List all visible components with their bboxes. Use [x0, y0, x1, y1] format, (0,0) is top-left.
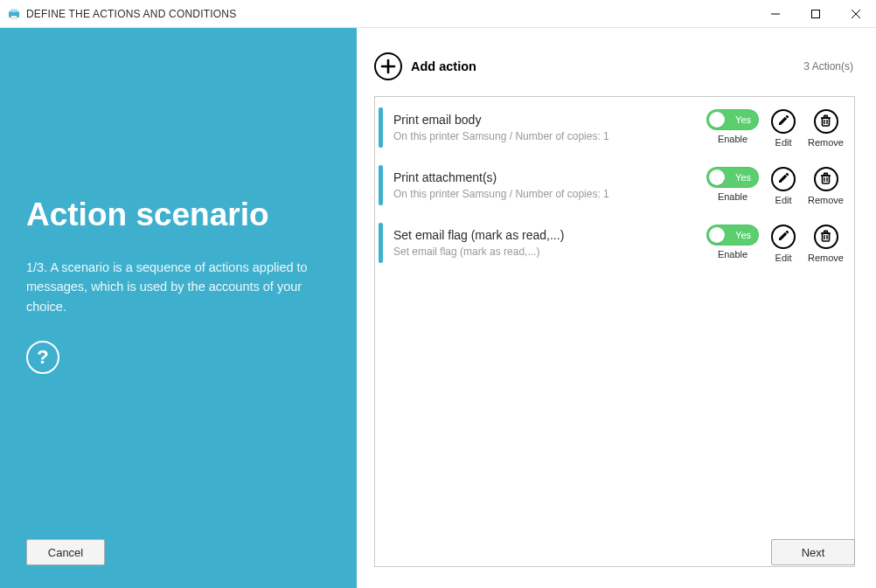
svg-rect-23	[824, 231, 828, 232]
enable-control: YesEnable	[706, 109, 759, 144]
cancel-button[interactable]: Cancel	[26, 539, 105, 565]
svg-rect-18	[824, 173, 828, 175]
action-accent	[379, 165, 383, 205]
side-panel: Action scenario 1/3. A scenario is a seq…	[0, 28, 357, 588]
edit-control: Edit	[771, 167, 796, 205]
svg-rect-19	[823, 233, 830, 241]
edit-label: Edit	[775, 252, 792, 263]
minimize-button[interactable]	[755, 0, 796, 28]
enable-control: YesEnable	[706, 225, 759, 259]
window-controls	[755, 0, 876, 27]
action-controls: YesEnableEditRemove	[706, 223, 844, 263]
toggle-on-label: Yes	[735, 230, 751, 240]
toggle-knob	[709, 169, 725, 185]
action-item: Set email flag (mark as read,...)Set ema…	[379, 216, 851, 270]
edit-control: Edit	[771, 225, 796, 263]
action-list: Print email bodyOn this printer Samsung …	[374, 96, 855, 567]
body: Action scenario 1/3. A scenario is a seq…	[0, 28, 876, 588]
titlebar-left: DEFINE THE ACTIONS AND CONDITIONS	[7, 7, 236, 21]
action-title: Print attachment(s)	[393, 170, 706, 184]
add-action-row: Add action 3 Action(s)	[374, 49, 855, 84]
remove-button[interactable]	[814, 167, 838, 191]
enable-label: Enable	[718, 249, 747, 259]
edit-label: Edit	[775, 137, 792, 148]
action-title: Set email flag (mark as read,...)	[393, 228, 706, 242]
action-subtitle: On this printer Samsung / Number of copi…	[393, 188, 706, 200]
pencil-icon	[777, 230, 789, 245]
help-icon: ?	[37, 346, 48, 369]
action-text: Set email flag (mark as read,...)Set ema…	[393, 223, 706, 263]
remove-button[interactable]	[814, 109, 838, 134]
window-title: DEFINE THE ACTIONS AND CONDITIONS	[26, 8, 236, 20]
action-controls: YesEnableEditRemove	[706, 107, 844, 148]
svg-rect-4	[812, 10, 820, 18]
action-text: Print email bodyOn this printer Samsung …	[393, 107, 706, 148]
enable-label: Enable	[718, 191, 747, 202]
pencil-icon	[777, 114, 789, 129]
action-text: Print attachment(s)On this printer Samsu…	[393, 165, 706, 205]
remove-control: Remove	[808, 167, 844, 205]
action-subtitle: Set email flag (mark as read,...)	[393, 246, 706, 258]
svg-rect-9	[823, 118, 830, 126]
enable-toggle[interactable]: Yes	[706, 225, 759, 246]
action-subtitle: On this printer Samsung / Number of copi…	[393, 130, 706, 142]
pencil-icon	[777, 172, 789, 187]
remove-control: Remove	[808, 225, 844, 263]
trash-icon	[820, 114, 831, 129]
action-controls: YesEnableEditRemove	[706, 165, 844, 205]
trash-icon	[820, 172, 831, 187]
action-item: Print email bodyOn this printer Samsung …	[379, 100, 851, 155]
titlebar: DEFINE THE ACTIONS AND CONDITIONS	[0, 0, 876, 28]
add-action-label: Add action	[411, 59, 476, 73]
maximize-button[interactable]	[796, 0, 836, 28]
toggle-on-label: Yes	[735, 172, 751, 183]
action-item: Print attachment(s)On this printer Samsu…	[379, 158, 851, 212]
svg-rect-2	[11, 16, 17, 18]
enable-toggle[interactable]: Yes	[706, 167, 759, 188]
content-area: Add action 3 Action(s) Print email bodyO…	[357, 28, 876, 588]
enable-control: YesEnable	[706, 167, 759, 202]
add-action-button[interactable]: Add action	[374, 52, 476, 80]
edit-button[interactable]	[771, 109, 796, 134]
enable-toggle[interactable]: Yes	[706, 109, 759, 130]
close-button[interactable]	[836, 0, 876, 28]
enable-label: Enable	[718, 134, 747, 144]
page-description: 1/3. A scenario is a sequence of actions…	[26, 258, 323, 316]
remove-label: Remove	[808, 252, 844, 263]
remove-label: Remove	[808, 195, 844, 205]
svg-rect-14	[823, 176, 830, 183]
next-button-label: Next	[802, 546, 825, 559]
cancel-button-label: Cancel	[48, 546, 83, 559]
svg-rect-13	[824, 115, 828, 117]
app-icon	[7, 7, 21, 21]
toggle-knob	[709, 112, 725, 128]
remove-label: Remove	[808, 137, 844, 148]
remove-control: Remove	[808, 109, 844, 148]
help-button[interactable]: ?	[26, 341, 59, 374]
edit-control: Edit	[771, 109, 796, 148]
action-accent	[379, 223, 383, 263]
next-button[interactable]: Next	[771, 539, 855, 565]
action-accent	[379, 107, 383, 148]
action-count-label: 3 Action(s)	[803, 60, 853, 73]
trash-icon	[820, 230, 831, 245]
edit-button[interactable]	[771, 167, 796, 191]
page-title: Action scenario	[26, 197, 330, 233]
toggle-knob	[709, 227, 725, 243]
remove-button[interactable]	[814, 225, 838, 249]
toggle-on-label: Yes	[735, 114, 751, 125]
edit-label: Edit	[775, 195, 792, 205]
action-title: Print email body	[393, 113, 706, 127]
svg-rect-1	[10, 9, 17, 12]
edit-button[interactable]	[771, 225, 796, 249]
plus-icon	[374, 52, 402, 80]
